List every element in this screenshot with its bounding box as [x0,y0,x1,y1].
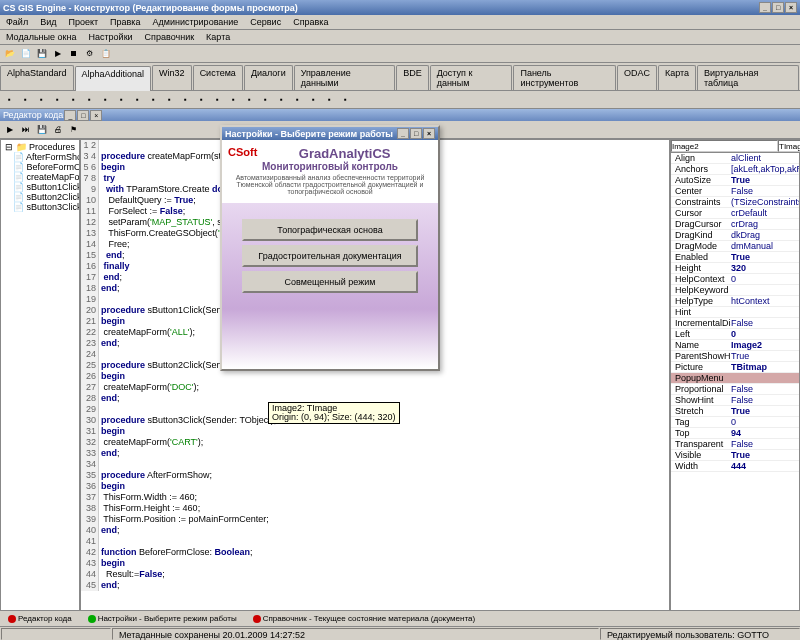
property-row[interactable]: VisibleTrue [671,450,799,461]
property-row[interactable]: NameImage2 [671,340,799,351]
property-row[interactable]: Hint [671,307,799,318]
close-icon[interactable]: × [785,2,797,13]
property-row[interactable]: Height320 [671,263,799,274]
component-icon[interactable]: ▪ [98,92,113,107]
save-icon[interactable]: 💾 [34,122,49,137]
bookmark-icon[interactable]: ⚑ [66,122,81,137]
menu-item[interactable]: Файл [3,16,31,28]
tree-node[interactable]: 📄 sButton1Click [3,182,77,192]
maximize-icon[interactable]: □ [77,110,89,121]
component-icon[interactable]: ▪ [306,92,321,107]
bottom-tab[interactable]: Справочник - Текущее состояние материала… [249,613,480,624]
property-row[interactable]: DragKinddkDrag [671,230,799,241]
bottom-tab[interactable]: Настройки - Выберите режим работы [84,613,241,624]
menu-item[interactable]: Справка [290,16,331,28]
run-icon[interactable]: ▶ [2,122,17,137]
maximize-icon[interactable]: □ [410,128,422,139]
print-icon[interactable]: 🖨 [50,122,65,137]
tree-node[interactable]: 📄 AfterFormShow [3,152,77,162]
component-icon[interactable]: ▪ [178,92,193,107]
property-row[interactable]: TransparentFalse [671,439,799,450]
property-value[interactable]: dmManual [731,241,799,251]
menu-item[interactable]: Проект [65,16,101,28]
menu-item[interactable]: Настройки [85,31,135,43]
tool-icon[interactable]: 📋 [98,46,113,61]
minimize-icon[interactable]: _ [64,110,76,121]
property-value[interactable]: False [731,395,799,405]
close-icon[interactable]: × [423,128,435,139]
property-row[interactable]: EnabledTrue [671,252,799,263]
tool-icon[interactable]: ⏹ [66,46,81,61]
tool-icon[interactable]: 📂 [2,46,17,61]
property-value[interactable]: alClient [731,153,799,163]
close-icon[interactable]: × [90,110,102,121]
property-value[interactable]: 320 [731,263,799,273]
property-value[interactable]: [akLeft,akTop,akRight] [731,164,799,174]
tool-icon[interactable]: 📄 [18,46,33,61]
property-row[interactable]: ProportionalFalse [671,384,799,395]
tree-node[interactable]: 📄 sButton2Click [3,192,77,202]
property-row[interactable]: DragCursorcrDrag [671,219,799,230]
property-row[interactable]: Tag0 [671,417,799,428]
property-row[interactable]: StretchTrue [671,406,799,417]
component-icon[interactable]: ▪ [322,92,337,107]
component-icon[interactable]: ▪ [226,92,241,107]
property-row[interactable]: Anchors[akLeft,akTop,akRight] [671,164,799,175]
property-value[interactable]: Image2 [731,340,799,350]
property-value[interactable]: True [731,175,799,185]
palette-tab[interactable]: Доступ к данным [430,65,513,90]
property-row[interactable]: CursorcrDefault [671,208,799,219]
property-value[interactable] [731,373,799,383]
palette-tab[interactable]: Виртуальная таблица [697,65,799,90]
component-icon[interactable]: ▪ [130,92,145,107]
mode-button[interactable]: Совмещенный режим [242,271,418,293]
maximize-icon[interactable]: □ [772,2,784,13]
property-value[interactable]: 94 [731,428,799,438]
object-selector[interactable] [671,140,778,152]
menu-item[interactable]: Справочник [142,31,198,43]
property-value[interactable]: htContext [731,296,799,306]
mode-button[interactable]: Градостроительная документация [242,245,418,267]
tree-root[interactable]: ⊟ 📁 Procedures [3,142,77,152]
bottom-tab[interactable]: Редактор кода [4,613,76,624]
tree-node[interactable]: 📄 sButton3Click [3,202,77,212]
palette-tab[interactable]: AlphaStandard [0,65,74,90]
property-row[interactable]: AutoSizeTrue [671,175,799,186]
property-row[interactable]: HelpKeyword [671,285,799,296]
component-icon[interactable]: ▪ [146,92,161,107]
component-icon[interactable]: ▪ [34,92,49,107]
property-row[interactable]: Constraints(TSizeConstraints) [671,197,799,208]
property-value[interactable] [731,285,799,295]
property-value[interactable]: 444 [731,461,799,471]
property-row[interactable]: Width444 [671,461,799,472]
property-row[interactable]: HelpContext0 [671,274,799,285]
component-icon[interactable]: ▪ [258,92,273,107]
property-value[interactable] [731,307,799,317]
menu-item[interactable]: Сервис [247,16,284,28]
property-value[interactable]: 0 [731,274,799,284]
component-icon[interactable]: ▪ [50,92,65,107]
menu-item[interactable]: Вид [37,16,59,28]
property-value[interactable]: False [731,439,799,449]
property-value[interactable]: crDefault [731,208,799,218]
palette-tab[interactable]: AlphaAdditional [75,66,152,91]
property-row[interactable]: DragModedmManual [671,241,799,252]
property-value[interactable]: True [731,406,799,416]
menu-item[interactable]: Модальные окна [3,31,79,43]
tool-icon[interactable]: 💾 [34,46,49,61]
step-icon[interactable]: ⏭ [18,122,33,137]
menu-item[interactable]: Карта [203,31,233,43]
property-value[interactable]: True [731,252,799,262]
property-value[interactable]: False [731,186,799,196]
property-row[interactable]: ShowHintFalse [671,395,799,406]
palette-tab[interactable]: BDE [396,65,429,90]
component-icon[interactable]: ▪ [210,92,225,107]
menu-item[interactable]: Администрирование [150,16,242,28]
palette-tab[interactable]: Система [193,65,243,90]
tree-node[interactable]: 📄 createMapForm [3,172,77,182]
tree-node[interactable]: 📄 BeforeFormClose [3,162,77,172]
property-row[interactable]: IncrementalDisplayFalse [671,318,799,329]
palette-tab[interactable]: Диалоги [244,65,293,90]
procedure-tree[interactable]: ⊟ 📁 Procedures 📄 AfterFormShow📄 BeforeFo… [0,139,80,619]
palette-tab[interactable]: Панель инструментов [513,65,616,90]
